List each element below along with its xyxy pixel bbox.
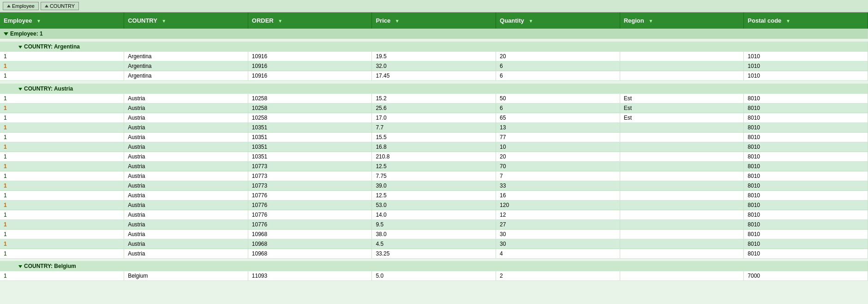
cell-order: 10968 (248, 249, 372, 258)
country-col-arrow: ▼ (162, 18, 166, 24)
cell-postal: 8010 (744, 113, 868, 122)
cell-price: 4.5 (372, 239, 496, 249)
employee-sort-icon (7, 5, 11, 7)
cell-employee: 1 (0, 249, 124, 258)
col-header-region[interactable]: Region ▼ (620, 12, 744, 29)
cell-price: 12.5 (372, 190, 496, 200)
col-header-order[interactable]: ORDER ▼ (248, 12, 372, 29)
col-header-employee[interactable]: Employee ▼ (0, 12, 124, 29)
table-row: 1 Austria 10968 4.5 30 8010 (0, 239, 868, 249)
cell-employee: 1 (0, 219, 124, 229)
data-table: Employee ▼ COUNTRY ▼ ORDER ▼ Price ▼ Qua… (0, 12, 868, 281)
cell-employee: 1 (0, 132, 124, 142)
cell-quantity: 13 (496, 122, 620, 132)
cell-country: Argentina (124, 71, 248, 81)
cell-employee: 1 (0, 210, 124, 219)
col-header-quantity[interactable]: Quantity ▼ (496, 12, 620, 29)
cell-country: Austria (124, 181, 248, 190)
cell-price: 210.8 (372, 152, 496, 161)
cell-postal: 8010 (744, 161, 868, 171)
country-btn-label: COUNTRY (50, 3, 75, 9)
cell-postal: 8010 (744, 132, 868, 142)
cell-quantity: 30 (496, 229, 620, 239)
country-expand-icon[interactable] (18, 265, 22, 268)
cell-country: Argentina (124, 61, 248, 71)
cell-postal: 8010 (744, 249, 868, 258)
table-row: 1 Belgium 11093 5.0 2 7000 (0, 271, 868, 281)
cell-postal: 1010 (744, 52, 868, 61)
country-expand-icon[interactable] (18, 46, 22, 49)
col-header-price[interactable]: Price ▼ (372, 12, 496, 29)
cell-price: 7.75 (372, 171, 496, 181)
cell-price: 14.0 (372, 210, 496, 219)
cell-country: Austria (124, 132, 248, 142)
cell-country: Austria (124, 239, 248, 249)
cell-quantity: 120 (496, 200, 620, 210)
cell-region (620, 132, 744, 142)
cell-country: Austria (124, 210, 248, 219)
cell-order: 10258 (248, 113, 372, 122)
cell-region (620, 239, 744, 249)
cell-region (620, 249, 744, 258)
cell-employee: 1 (0, 52, 124, 61)
cell-region (620, 271, 744, 281)
cell-employee: 1 (0, 94, 124, 103)
employee-filter-btn[interactable]: Employee (3, 2, 39, 10)
cell-employee: 1 (0, 71, 124, 81)
cell-employee: 1 (0, 103, 124, 113)
col-header-country[interactable]: COUNTRY ▼ (124, 12, 248, 29)
cell-postal: 8010 (744, 210, 868, 219)
table-row: 1 Austria 10258 25.6 6 Est 8010 (0, 103, 868, 113)
cell-postal: 8010 (744, 152, 868, 161)
cell-price: 17.0 (372, 113, 496, 122)
cell-quantity: 10 (496, 142, 620, 152)
cell-employee: 1 (0, 161, 124, 171)
cell-country: Austria (124, 113, 248, 122)
country-group-header: COUNTRY: Belgium (0, 261, 868, 271)
table-row: 1 Argentina 10916 32.0 6 1010 (0, 61, 868, 71)
cell-order: 10916 (248, 52, 372, 61)
table-row: 1 Austria 10351 16.8 10 8010 (0, 142, 868, 152)
cell-quantity: 6 (496, 103, 620, 113)
cell-postal: 8010 (744, 94, 868, 103)
cell-quantity: 6 (496, 71, 620, 81)
postal-col-arrow: ▼ (786, 18, 790, 24)
cell-price: 16.8 (372, 142, 496, 152)
cell-region: Est (620, 94, 744, 103)
cell-country: Austria (124, 229, 248, 239)
cell-country: Belgium (124, 271, 248, 281)
cell-price: 15.2 (372, 94, 496, 103)
cell-region (620, 142, 744, 152)
cell-employee: 1 (0, 61, 124, 71)
cell-employee: 1 (0, 271, 124, 281)
cell-employee: 1 (0, 122, 124, 132)
col-header-postal[interactable]: Postal code ▼ (744, 12, 868, 29)
country-filter-btn[interactable]: COUNTRY (41, 2, 79, 10)
order-col-arrow: ▼ (278, 18, 282, 24)
cell-price: 17.45 (372, 71, 496, 81)
cell-order: 10776 (248, 200, 372, 210)
cell-quantity: 16 (496, 190, 620, 200)
cell-region: Est (620, 103, 744, 113)
cell-postal: 8010 (744, 181, 868, 190)
cell-employee: 1 (0, 239, 124, 249)
employee-expand-icon[interactable] (4, 32, 8, 36)
cell-employee: 1 (0, 152, 124, 161)
cell-order: 10916 (248, 71, 372, 81)
cell-employee: 1 (0, 200, 124, 210)
cell-price: 53.0 (372, 200, 496, 210)
country-expand-icon[interactable] (18, 88, 22, 91)
table-row: 1 Austria 10258 15.2 50 Est 8010 (0, 94, 868, 103)
cell-country: Austria (124, 200, 248, 210)
employee-col-arrow: ▼ (36, 18, 41, 24)
cell-order: 10968 (248, 229, 372, 239)
cell-order: 10351 (248, 142, 372, 152)
cell-postal: 7000 (744, 271, 868, 281)
cell-order: 10351 (248, 132, 372, 142)
cell-quantity: 20 (496, 52, 620, 61)
header-row: Employee ▼ COUNTRY ▼ ORDER ▼ Price ▼ Qua… (0, 12, 868, 29)
cell-order: 10351 (248, 122, 372, 132)
cell-quantity: 27 (496, 219, 620, 229)
cell-employee: 1 (0, 171, 124, 181)
cell-postal: 8010 (744, 239, 868, 249)
